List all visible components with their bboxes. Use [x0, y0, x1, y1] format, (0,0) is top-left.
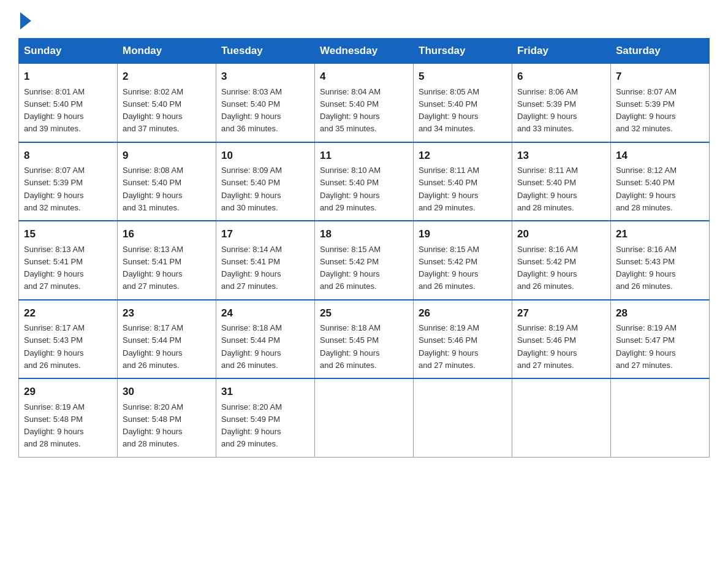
day-number: 16: [123, 226, 211, 242]
calendar-cell: 27 Sunrise: 8:19 AMSunset: 5:46 PMDaylig…: [512, 300, 611, 379]
day-info: Sunrise: 8:15 AMSunset: 5:42 PMDaylight:…: [320, 245, 381, 291]
day-number: 15: [24, 226, 112, 242]
calendar-cell: 9 Sunrise: 8:08 AMSunset: 5:40 PMDayligh…: [118, 142, 216, 221]
calendar-cell: 16 Sunrise: 8:13 AMSunset: 5:41 PMDaylig…: [118, 221, 216, 300]
calendar-cell: 23 Sunrise: 8:17 AMSunset: 5:44 PMDaylig…: [118, 300, 216, 379]
weekday-header-monday: Monday: [118, 39, 216, 64]
day-number: 28: [616, 305, 704, 321]
day-info: Sunrise: 8:19 AMSunset: 5:48 PMDaylight:…: [24, 402, 85, 449]
calendar-cell: 26 Sunrise: 8:19 AMSunset: 5:46 PMDaylig…: [414, 300, 512, 379]
calendar-cell: 4 Sunrise: 8:04 AMSunset: 5:40 PMDayligh…: [315, 64, 414, 142]
day-number: 6: [517, 69, 605, 85]
day-info: Sunrise: 8:19 AMSunset: 5:46 PMDaylight:…: [419, 323, 479, 370]
day-info: Sunrise: 8:04 AMSunset: 5:40 PMDaylight:…: [320, 87, 381, 134]
day-info: Sunrise: 8:12 AMSunset: 5:40 PMDaylight:…: [616, 166, 677, 212]
weekday-header-thursday: Thursday: [414, 39, 512, 64]
day-number: 14: [616, 148, 704, 164]
weekday-header-friday: Friday: [512, 39, 611, 64]
day-number: 8: [24, 148, 112, 164]
calendar-cell: 8 Sunrise: 8:07 AMSunset: 5:39 PMDayligh…: [19, 142, 118, 221]
day-number: 4: [320, 69, 408, 85]
weekday-header-saturday: Saturday: [611, 39, 710, 64]
day-info: Sunrise: 8:01 AMSunset: 5:40 PMDaylight:…: [24, 87, 85, 134]
day-number: 20: [517, 226, 605, 242]
day-number: 18: [320, 226, 408, 242]
calendar-cell: 31 Sunrise: 8:20 AMSunset: 5:49 PMDaylig…: [216, 378, 315, 457]
day-number: 26: [419, 305, 507, 321]
calendar-week-row-5: 29 Sunrise: 8:19 AMSunset: 5:48 PMDaylig…: [19, 378, 710, 457]
day-number: 21: [616, 226, 704, 242]
day-number: 12: [419, 148, 507, 164]
day-number: 13: [517, 148, 605, 164]
day-number: 7: [616, 69, 704, 85]
day-info: Sunrise: 8:08 AMSunset: 5:40 PMDaylight:…: [123, 166, 183, 212]
day-info: Sunrise: 8:19 AMSunset: 5:47 PMDaylight:…: [616, 323, 677, 370]
day-info: Sunrise: 8:07 AMSunset: 5:39 PMDaylight:…: [24, 166, 85, 212]
calendar-cell: 6 Sunrise: 8:06 AMSunset: 5:39 PMDayligh…: [512, 64, 611, 142]
day-info: Sunrise: 8:13 AMSunset: 5:41 PMDaylight:…: [123, 245, 183, 291]
calendar-cell: 14 Sunrise: 8:12 AMSunset: 5:40 PMDaylig…: [611, 142, 710, 221]
day-number: 29: [24, 384, 112, 400]
day-info: Sunrise: 8:03 AMSunset: 5:40 PMDaylight:…: [221, 87, 282, 134]
day-info: Sunrise: 8:05 AMSunset: 5:40 PMDaylight:…: [419, 87, 479, 134]
day-info: Sunrise: 8:16 AMSunset: 5:42 PMDaylight:…: [517, 245, 578, 291]
day-info: Sunrise: 8:10 AMSunset: 5:40 PMDaylight:…: [320, 166, 381, 212]
day-info: Sunrise: 8:07 AMSunset: 5:39 PMDaylight:…: [616, 87, 677, 134]
day-number: 22: [24, 305, 112, 321]
day-info: Sunrise: 8:13 AMSunset: 5:41 PMDaylight:…: [24, 245, 85, 291]
day-number: 2: [123, 69, 211, 85]
logo-blue-text: [18, 12, 31, 27]
calendar-week-row-3: 15 Sunrise: 8:13 AMSunset: 5:41 PMDaylig…: [19, 221, 710, 300]
calendar-cell: 3 Sunrise: 8:03 AMSunset: 5:40 PMDayligh…: [216, 64, 315, 142]
calendar-cell: [611, 378, 710, 457]
calendar-cell: 7 Sunrise: 8:07 AMSunset: 5:39 PMDayligh…: [611, 64, 710, 142]
page-header: [18, 12, 710, 27]
day-number: 19: [419, 226, 507, 242]
day-info: Sunrise: 8:17 AMSunset: 5:43 PMDaylight:…: [24, 323, 85, 370]
day-info: Sunrise: 8:20 AMSunset: 5:49 PMDaylight:…: [221, 402, 282, 449]
calendar-week-row-2: 8 Sunrise: 8:07 AMSunset: 5:39 PMDayligh…: [19, 142, 710, 221]
day-info: Sunrise: 8:11 AMSunset: 5:40 PMDaylight:…: [517, 166, 578, 212]
logo-arrow-icon: [20, 12, 31, 29]
day-info: Sunrise: 8:14 AMSunset: 5:41 PMDaylight:…: [221, 245, 282, 291]
day-number: 25: [320, 305, 408, 321]
day-number: 24: [221, 305, 309, 321]
calendar-cell: 30 Sunrise: 8:20 AMSunset: 5:48 PMDaylig…: [118, 378, 216, 457]
day-number: 17: [221, 226, 309, 242]
day-number: 11: [320, 148, 408, 164]
calendar-cell: 12 Sunrise: 8:11 AMSunset: 5:40 PMDaylig…: [414, 142, 512, 221]
day-number: 10: [221, 148, 309, 164]
calendar-cell: 19 Sunrise: 8:15 AMSunset: 5:42 PMDaylig…: [414, 221, 512, 300]
logo: [18, 12, 31, 27]
calendar-cell: 13 Sunrise: 8:11 AMSunset: 5:40 PMDaylig…: [512, 142, 611, 221]
calendar-cell: 2 Sunrise: 8:02 AMSunset: 5:40 PMDayligh…: [118, 64, 216, 142]
calendar-cell: 18 Sunrise: 8:15 AMSunset: 5:42 PMDaylig…: [315, 221, 414, 300]
calendar-cell: 29 Sunrise: 8:19 AMSunset: 5:48 PMDaylig…: [19, 378, 118, 457]
calendar-cell: 28 Sunrise: 8:19 AMSunset: 5:47 PMDaylig…: [611, 300, 710, 379]
day-number: 1: [24, 69, 112, 85]
calendar-cell: 22 Sunrise: 8:17 AMSunset: 5:43 PMDaylig…: [19, 300, 118, 379]
calendar-cell: 5 Sunrise: 8:05 AMSunset: 5:40 PMDayligh…: [414, 64, 512, 142]
day-number: 30: [123, 384, 211, 400]
weekday-header-wednesday: Wednesday: [315, 39, 414, 64]
day-info: Sunrise: 8:09 AMSunset: 5:40 PMDaylight:…: [221, 166, 282, 212]
calendar-cell: 25 Sunrise: 8:18 AMSunset: 5:45 PMDaylig…: [315, 300, 414, 379]
day-number: 31: [221, 384, 309, 400]
day-info: Sunrise: 8:18 AMSunset: 5:45 PMDaylight:…: [320, 323, 381, 370]
day-info: Sunrise: 8:06 AMSunset: 5:39 PMDaylight:…: [517, 87, 578, 134]
day-number: 23: [123, 305, 211, 321]
day-info: Sunrise: 8:02 AMSunset: 5:40 PMDaylight:…: [123, 87, 183, 134]
calendar-cell: 21 Sunrise: 8:16 AMSunset: 5:43 PMDaylig…: [611, 221, 710, 300]
calendar-cell: 15 Sunrise: 8:13 AMSunset: 5:41 PMDaylig…: [19, 221, 118, 300]
calendar-cell: 24 Sunrise: 8:18 AMSunset: 5:44 PMDaylig…: [216, 300, 315, 379]
weekday-header-sunday: Sunday: [19, 39, 118, 64]
calendar-table: SundayMondayTuesdayWednesdayThursdayFrid…: [18, 38, 710, 458]
day-info: Sunrise: 8:17 AMSunset: 5:44 PMDaylight:…: [123, 323, 183, 370]
calendar-cell: [315, 378, 414, 457]
day-info: Sunrise: 8:19 AMSunset: 5:46 PMDaylight:…: [517, 323, 578, 370]
calendar-cell: [512, 378, 611, 457]
day-number: 3: [221, 69, 309, 85]
calendar-week-row-4: 22 Sunrise: 8:17 AMSunset: 5:43 PMDaylig…: [19, 300, 710, 379]
day-info: Sunrise: 8:18 AMSunset: 5:44 PMDaylight:…: [221, 323, 282, 370]
day-info: Sunrise: 8:15 AMSunset: 5:42 PMDaylight:…: [419, 245, 479, 291]
